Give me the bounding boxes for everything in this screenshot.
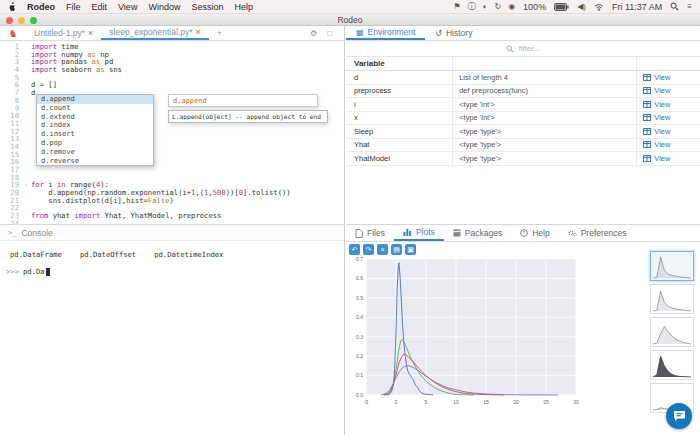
menu-item-session[interactable]: Session: [191, 2, 223, 12]
plots-panel: FilesPlotsPackages?HelpPreferences ↶↷×▤▣…: [346, 224, 700, 435]
forward-plot-button[interactable]: ↷: [363, 244, 374, 255]
variable-value: List of length 4: [452, 71, 636, 84]
fold-marker: [24, 51, 31, 59]
thumbnail-sparkline: [651, 286, 693, 313]
fold-marker: [24, 151, 31, 159]
moon-icon[interactable]: ◐: [483, 0, 488, 14]
close-plot-button[interactable]: ×: [377, 244, 388, 255]
console[interactable]: pd.DataFramepd.DateOffsetpd.DatetimeInde…: [0, 244, 344, 435]
code-line[interactable]: 6d = []: [0, 81, 344, 89]
help-icon: ?: [520, 229, 528, 237]
volume-icon[interactable]: ◀): [577, 0, 586, 14]
line-number: 2: [0, 51, 24, 59]
table-row: x<type 'int'>View: [346, 112, 700, 126]
code-line[interactable]: 23from yhat import Yhat, YhatModel, prep…: [0, 212, 344, 220]
editor-tools: ⚙ □: [310, 26, 344, 40]
wifi-icon[interactable]: [594, 3, 604, 11]
tab-preferences[interactable]: Preferences: [559, 225, 636, 241]
chat-button[interactable]: [666, 403, 692, 429]
flag-icon[interactable]: ⚑: [453, 0, 460, 14]
view-link[interactable]: View: [636, 98, 700, 111]
view-link[interactable]: View: [636, 85, 700, 98]
editor-gear-icon[interactable]: ⚙: [310, 29, 317, 38]
tab-help[interactable]: ?Help: [511, 225, 558, 241]
spotlight-search-icon[interactable]: [670, 2, 679, 11]
bell-icon[interactable]: ◉: [508, 0, 515, 14]
view-link[interactable]: View: [636, 125, 700, 138]
autocomplete-item[interactable]: d.remove: [37, 148, 153, 157]
info-icon[interactable]: ⓘ: [468, 0, 476, 14]
notification-center-icon[interactable]: ≡: [687, 0, 692, 14]
menu-clock[interactable]: Fri 11:37 AM: [612, 2, 662, 12]
filter-input[interactable]: filter...: [519, 44, 540, 53]
view-link[interactable]: View: [636, 112, 700, 125]
editor-tab-1[interactable]: sleep_exponential.py*×: [101, 26, 208, 40]
code-line[interactable]: 17: [0, 166, 344, 174]
tab-packages[interactable]: Packages: [444, 225, 511, 241]
filter-row: filter...: [346, 41, 700, 57]
fold-marker: [24, 81, 31, 89]
autocomplete-item[interactable]: d.pop: [37, 139, 153, 148]
autocomplete-item[interactable]: d.count: [37, 104, 153, 113]
editor-tabs-slot: Untitled-1.py*×sleep_exponential.py*×: [26, 26, 209, 40]
autocomplete-item[interactable]: d.reverse: [37, 157, 153, 166]
table-row: YhatModel<type 'type'>View: [346, 152, 700, 166]
sync-icon[interactable]: ↻: [494, 0, 501, 14]
autocomplete-item[interactable]: d.insert: [37, 130, 153, 139]
bottom-tab-bar: FilesPlotsPackages?HelpPreferences: [346, 225, 700, 242]
editor-popout-icon[interactable]: □: [327, 29, 332, 38]
menu-item-window[interactable]: Window: [148, 2, 180, 12]
menu-item-view[interactable]: View: [118, 2, 137, 12]
menu-item-help[interactable]: Help: [234, 2, 253, 12]
plot-thumbnails: [650, 251, 696, 413]
menu-item-rodeo[interactable]: Rodeo: [27, 2, 55, 12]
console-prompt: >>>: [6, 267, 19, 276]
view-link[interactable]: View: [636, 139, 700, 152]
view-link[interactable]: View: [636, 71, 700, 84]
console-header: >_ Console: [0, 224, 344, 241]
plot-thumbnail-3[interactable]: [650, 317, 694, 347]
autocomplete-item[interactable]: d.extend: [37, 113, 153, 122]
tab-label: History: [446, 28, 472, 38]
view-link[interactable]: View: [636, 152, 700, 165]
y-tick-label: 0.5: [356, 295, 363, 301]
tab-close-icon[interactable]: ×: [195, 27, 200, 37]
console-input[interactable]: pd.Da: [23, 267, 45, 276]
x-tick-label: 20: [513, 399, 519, 405]
window-title-bar: Rodeo: [0, 14, 700, 26]
code-line[interactable]: 21 sns.distplot(d[i],hist=False): [0, 197, 344, 205]
autocomplete-item[interactable]: d.index: [37, 121, 153, 130]
new-tab-button[interactable]: +: [209, 26, 230, 40]
fold-marker: [24, 120, 31, 128]
plot-thumbnail-1[interactable]: [650, 251, 694, 281]
tab-label: Preferences: [581, 228, 627, 238]
code-editor[interactable]: 1import time2import numpy as np3import p…: [0, 41, 344, 224]
autocomplete-item[interactable]: d.append: [37, 95, 153, 104]
autocomplete-dropdown[interactable]: d.appendd.countd.extendd.indexd.insertd.…: [36, 94, 154, 166]
plot-thumbnail-2[interactable]: [650, 284, 694, 314]
plot-thumbnail-4[interactable]: [650, 350, 694, 380]
line-number: 1: [0, 43, 24, 51]
tab-history[interactable]: ↺History: [425, 26, 482, 40]
x-tick-label: 5: [425, 399, 428, 405]
environment-table-header: Variable: [346, 57, 700, 71]
line-number: 6: [0, 81, 24, 89]
x-tick-label: 0: [395, 399, 398, 405]
tab-close-icon[interactable]: ×: [88, 28, 93, 38]
fold-marker: [24, 135, 31, 143]
code-line[interactable]: 4import seaborn as sns: [0, 66, 344, 74]
console-prompt-row[interactable]: >>> pd.Da: [0, 259, 344, 276]
table-row: dList of length 4View: [346, 71, 700, 85]
tab-environment[interactable]: ▦Environment: [346, 26, 425, 40]
menu-item-edit[interactable]: Edit: [92, 2, 108, 12]
menu-item-file[interactable]: File: [66, 2, 81, 12]
back-plot-button[interactable]: ↶: [349, 244, 360, 255]
save-plot-button[interactable]: ▤: [391, 244, 402, 255]
table-icon: [643, 155, 651, 162]
tab-plots[interactable]: Plots: [394, 225, 444, 241]
apple-icon[interactable]: [8, 2, 16, 12]
open-plot-button[interactable]: ▣: [405, 244, 416, 255]
rodeo-logo-icon: ♞: [0, 26, 26, 40]
editor-tab-0[interactable]: Untitled-1.py*×: [26, 26, 101, 40]
tab-files[interactable]: Files: [346, 225, 394, 241]
